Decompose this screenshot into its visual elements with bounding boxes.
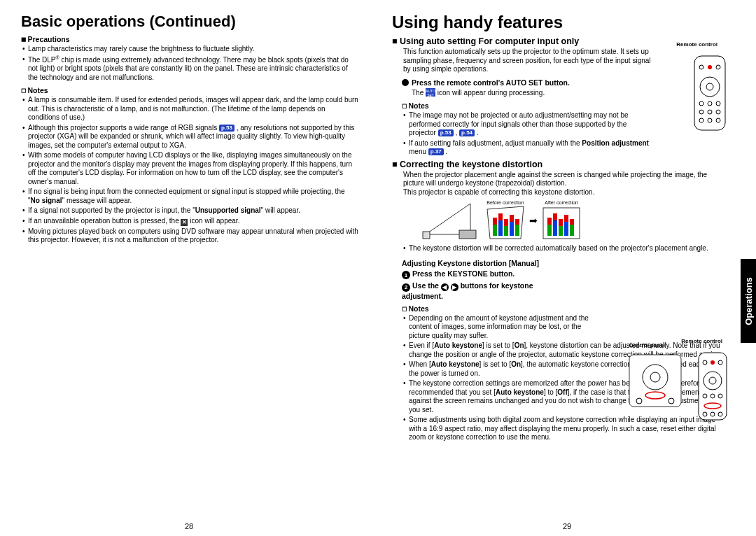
auto-set-icon: AUTOSET bbox=[426, 88, 435, 97]
list-item: With some models of computer having LCD … bbox=[21, 151, 358, 186]
after-chart bbox=[540, 205, 582, 240]
remote-icon bbox=[693, 55, 727, 132]
list-item: The image may not be projected or auto a… bbox=[402, 111, 651, 138]
section-tab: Operations bbox=[741, 259, 756, 343]
keystone-auto-note: The keystone distortion will be correcte… bbox=[402, 244, 728, 253]
pageref-icon: p.37 bbox=[428, 148, 444, 155]
auto-press-step: Press the remote control's AUTO SET butt… bbox=[402, 78, 728, 87]
svg-rect-12 bbox=[515, 225, 519, 236]
list-item: If no signal is being input from the con… bbox=[21, 188, 358, 205]
list-item: Although this projector supports a wide … bbox=[21, 124, 358, 150]
keystone-notes-head: Notes bbox=[402, 304, 728, 313]
svg-rect-1 bbox=[459, 230, 476, 239]
svg-rect-17 bbox=[553, 220, 557, 236]
control-panel-label: Control panel bbox=[629, 343, 665, 349]
manual-head: Adjusting Keystone distortion [Manual] bbox=[402, 259, 728, 267]
svg-rect-13 bbox=[515, 219, 519, 225]
svg-rect-18 bbox=[553, 213, 557, 220]
projector-icon bbox=[420, 199, 482, 241]
step-num-icon: 2 bbox=[402, 283, 410, 292]
arrow-icon: ➡ bbox=[529, 215, 538, 226]
list-item: If a signal not supported by the project… bbox=[21, 206, 358, 216]
svg-rect-7 bbox=[498, 213, 503, 220]
svg-rect-5 bbox=[493, 218, 497, 225]
pageref-icon: p.53 bbox=[219, 125, 234, 132]
remote-icon-2 bbox=[697, 351, 728, 421]
right-arrow-icon: ▶ bbox=[451, 283, 458, 291]
precautions-list: Lamp characteristics may rarely cause th… bbox=[21, 45, 358, 82]
list-item: Depending on the amount of keystone adju… bbox=[402, 314, 591, 341]
left-arrow-icon: ◀ bbox=[441, 283, 449, 291]
bullet-icon bbox=[402, 79, 409, 86]
list-item: Moving pictures played back on computers… bbox=[21, 227, 358, 245]
svg-rect-4 bbox=[493, 225, 497, 236]
keystone-diagram: Before correction ➡ After correction bbox=[420, 199, 728, 241]
list-item: If auto setting fails adjustment, adjust… bbox=[402, 139, 651, 157]
list-item: The keystone distortion will be correcte… bbox=[402, 244, 728, 253]
page-number-right: 29 bbox=[563, 522, 571, 530]
left-page: Basic operations (Continued) Precautions… bbox=[0, 0, 378, 536]
step-1: 1Press the KEYSTONE button. bbox=[402, 269, 728, 280]
keystone-head: Correcting the keystone distortion bbox=[392, 160, 728, 169]
svg-rect-20 bbox=[559, 219, 563, 226]
svg-rect-21 bbox=[564, 222, 568, 236]
caption-after: After correction bbox=[540, 200, 582, 205]
remote-label-2: Remote control bbox=[681, 339, 722, 345]
notes-head-left: Notes bbox=[21, 86, 358, 94]
page-title-left: Basic operations (Continued) bbox=[21, 13, 358, 31]
svg-rect-2 bbox=[423, 232, 430, 239]
control-panel-icon bbox=[628, 353, 682, 408]
pageref-icon: p.54 bbox=[459, 129, 475, 136]
svg-rect-10 bbox=[510, 222, 514, 236]
svg-rect-23 bbox=[570, 225, 574, 236]
svg-rect-9 bbox=[504, 219, 508, 226]
auto-icon-line: The AUTOSET icon will appear during proc… bbox=[412, 88, 728, 98]
right-page: Using handy features Using auto setting … bbox=[378, 0, 756, 536]
svg-rect-8 bbox=[504, 226, 508, 236]
svg-rect-16 bbox=[547, 218, 552, 225]
list-item: A lamp is consumable item. If used for e… bbox=[21, 96, 358, 122]
page-title-right: Using handy features bbox=[392, 13, 728, 32]
svg-rect-6 bbox=[498, 220, 503, 236]
auto-notes-list: The image may not be projected or auto a… bbox=[402, 111, 728, 157]
keystone-body: When the projector placement angle again… bbox=[403, 171, 728, 197]
list-item: Some adjustments using both digital zoom… bbox=[402, 416, 725, 442]
list-item: Lamp characteristics may rarely cause th… bbox=[21, 45, 358, 54]
svg-rect-19 bbox=[559, 226, 563, 236]
svg-point-29 bbox=[708, 65, 712, 69]
remote-label-1: Remote control bbox=[676, 42, 718, 48]
auto-body: This function automatically sets up the … bbox=[403, 48, 728, 74]
list-item: The DLP® chip is made using extremely ad… bbox=[21, 55, 358, 83]
x-icon: ✕ bbox=[181, 219, 188, 226]
before-chart bbox=[484, 205, 526, 240]
auto-notes-head: Notes bbox=[402, 101, 728, 110]
svg-rect-22 bbox=[564, 215, 568, 222]
page-number-left: 28 bbox=[185, 522, 193, 530]
pageref-icon: p.53 bbox=[438, 129, 454, 136]
notes-list-left: A lamp is consumable item. If used for e… bbox=[21, 96, 358, 245]
svg-rect-11 bbox=[510, 215, 514, 222]
svg-rect-15 bbox=[547, 225, 552, 236]
svg-marker-0 bbox=[426, 204, 470, 234]
svg-rect-24 bbox=[570, 219, 574, 225]
svg-point-50 bbox=[710, 360, 715, 365]
step-num-icon: 1 bbox=[402, 271, 410, 279]
precautions-head: Precautions bbox=[21, 35, 358, 43]
list-item: If an unavailable operation button is pr… bbox=[21, 217, 358, 226]
caption-before: Before correction bbox=[484, 200, 526, 205]
step-2: 2Use the ◀ ▶ buttons for keystone adjust… bbox=[402, 281, 570, 300]
